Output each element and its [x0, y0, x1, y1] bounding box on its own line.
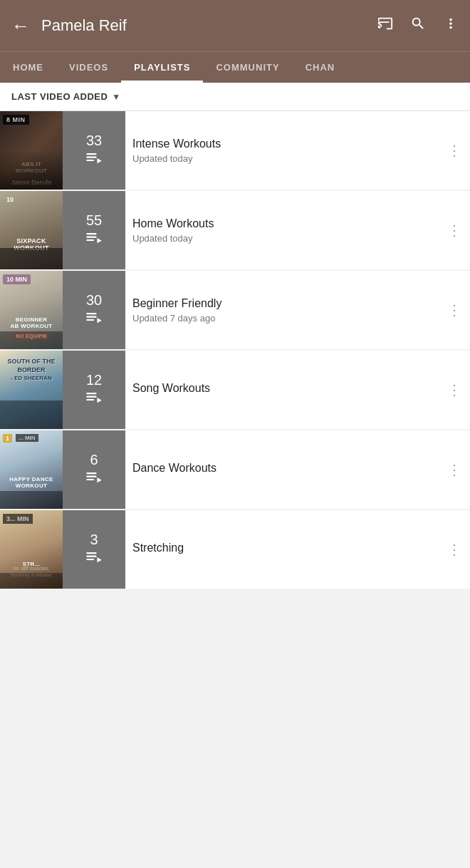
- playlist-title: Home Workouts: [132, 217, 432, 230]
- playlist-thumbnail: SOUTH OF THE BORDER- ED SHEERAN 12: [0, 351, 125, 429]
- playlist-count-overlay: 6: [63, 430, 125, 509]
- svg-marker-23: [97, 557, 101, 562]
- playlist-item[interactable]: 3... MIN STR... for stiff muscles,flexib…: [0, 510, 470, 589]
- playlist-subtitle: Updated today: [132, 233, 432, 244]
- svg-rect-6: [86, 239, 94, 241]
- playlist-thumbnail: 8 MIN ABS ITWORKOUT Jason Derulo 33: [0, 111, 125, 190]
- cast-icon[interactable]: [377, 16, 393, 36]
- svg-rect-20: [86, 552, 96, 554]
- svg-rect-18: [86, 479, 94, 480]
- svg-rect-22: [86, 559, 94, 560]
- playlist-item[interactable]: 10 SIXPACKWORKOUT 55 Home Workouts Updat: [0, 191, 470, 269]
- svg-marker-3: [97, 158, 101, 163]
- svg-rect-9: [86, 316, 96, 317]
- playlist-thumbnail: 10 MIN BEGINNERAB WORKOUT NO EQUIPM 30: [0, 271, 125, 349]
- app-header: ← Pamela Reif: [0, 0, 470, 51]
- playlist-menu-button[interactable]: ⋮: [439, 532, 470, 567]
- svg-marker-7: [97, 238, 101, 243]
- sort-label: LAST VIDEO ADDED: [11, 91, 108, 102]
- svg-marker-19: [97, 477, 101, 482]
- svg-rect-1: [86, 156, 96, 157]
- playlist-title: Song Workouts: [132, 382, 432, 395]
- svg-rect-10: [86, 319, 94, 321]
- svg-rect-13: [86, 396, 96, 397]
- playlist-info: Home Workouts Updated today: [125, 209, 439, 252]
- playlist-info: Dance Workouts: [125, 453, 439, 486]
- back-button[interactable]: ←: [11, 15, 30, 37]
- svg-rect-12: [86, 393, 96, 394]
- playlist-info: Intense Workouts Updated today: [125, 129, 439, 172]
- playlist-title: Beginner Friendly: [132, 297, 432, 310]
- playlist-count-overlay: 12: [63, 351, 125, 429]
- playlist-item[interactable]: 8 MIN ABS ITWORKOUT Jason Derulo 33: [0, 111, 470, 190]
- tab-community[interactable]: COMMUNITY: [203, 52, 292, 83]
- svg-rect-0: [86, 153, 96, 155]
- playlist-list: 8 MIN ABS ITWORKOUT Jason Derulo 33: [0, 111, 470, 589]
- playlist-menu-button[interactable]: ⋮: [439, 213, 470, 247]
- playlist-count-overlay: 30: [63, 271, 125, 349]
- playlist-thumbnail: 10 SIXPACKWORKOUT 55: [0, 191, 125, 269]
- tab-playlists[interactable]: PLAYLISTS: [121, 52, 203, 83]
- svg-rect-16: [86, 472, 96, 474]
- svg-rect-21: [86, 555, 96, 557]
- playlist-count-overlay: 3: [63, 510, 125, 589]
- svg-rect-8: [86, 313, 96, 314]
- playlist-item[interactable]: SOUTH OF THE BORDER- ED SHEERAN 12 Song …: [0, 351, 470, 429]
- playlist-title: Dance Workouts: [132, 462, 432, 475]
- playlist-subtitle: Updated today: [132, 153, 432, 164]
- playlist-item[interactable]: 1 ... MIN HAPPY DANCEWORKOUT 6 Dance W: [0, 430, 470, 509]
- svg-marker-15: [97, 398, 101, 403]
- tab-videos[interactable]: VIDEOS: [56, 52, 121, 83]
- playlist-thumbnail: 3... MIN STR... for stiff muscles,flexib…: [0, 510, 125, 589]
- playlist-count-overlay: 55: [63, 191, 125, 269]
- svg-rect-2: [86, 160, 94, 161]
- sort-bar[interactable]: LAST VIDEO ADDED ▼: [0, 83, 470, 111]
- tab-home[interactable]: HOME: [0, 52, 56, 83]
- playlist-count-overlay: 33: [63, 111, 125, 190]
- playlist-info: Stretching: [125, 533, 439, 566]
- svg-rect-4: [86, 233, 96, 234]
- search-icon[interactable]: [410, 16, 426, 36]
- playlist-item[interactable]: 10 MIN BEGINNERAB WORKOUT NO EQUIPM 30: [0, 271, 470, 349]
- svg-rect-17: [86, 475, 96, 477]
- playlist-menu-button[interactable]: ⋮: [439, 453, 470, 487]
- playlist-menu-button[interactable]: ⋮: [439, 293, 470, 327]
- playlist-info: Beginner Friendly Updated 7 days ago: [125, 289, 439, 332]
- svg-rect-14: [86, 399, 94, 401]
- playlist-title: Stretching: [132, 542, 432, 554]
- playlist-menu-button[interactable]: ⋮: [439, 373, 470, 407]
- sort-arrow-icon: ▼: [112, 92, 120, 102]
- tab-channel[interactable]: CHAN: [293, 52, 348, 83]
- playlist-menu-button[interactable]: ⋮: [439, 133, 470, 167]
- channel-title: Pamela Reif: [41, 16, 377, 35]
- header-actions: [377, 16, 459, 36]
- svg-marker-11: [97, 318, 101, 323]
- playlist-subtitle: Updated 7 days ago: [132, 313, 432, 324]
- playlist-title: Intense Workouts: [132, 138, 432, 150]
- playlist-info: Song Workouts: [125, 373, 439, 406]
- nav-tabs: HOME VIDEOS PLAYLISTS COMMUNITY CHAN: [0, 51, 470, 83]
- svg-rect-5: [86, 236, 96, 237]
- more-icon[interactable]: [443, 16, 459, 36]
- playlist-thumbnail: 1 ... MIN HAPPY DANCEWORKOUT 6: [0, 430, 125, 509]
